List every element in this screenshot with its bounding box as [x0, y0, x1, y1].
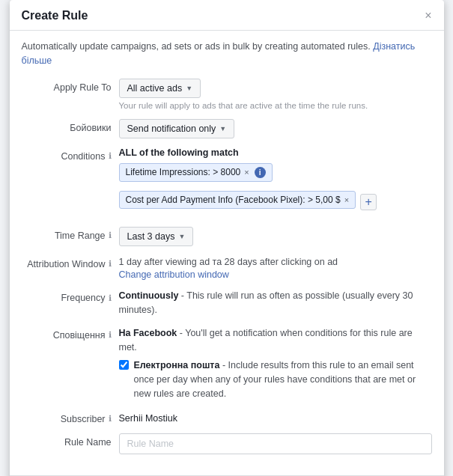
attribution-text: 1 day after viewing ad та 28 days after … [119, 257, 338, 267]
condition-tag-close-icon[interactable]: × [244, 168, 249, 177]
condition-row-2: Cost per Add Payment Info (Facebook Pixe… [119, 191, 432, 213]
email-checkbox-label: Електронна пошта - Include results from … [134, 358, 432, 400]
email-notification-row: Електронна пошта - Include results from … [119, 358, 432, 400]
conditions-header: ALL of the following match [119, 147, 432, 158]
condition-tag-cost-close-icon[interactable]: × [344, 195, 349, 204]
attribution-label: Attribution Window ℹ [22, 255, 119, 269]
time-range-row: Time Range ℹ Last 3 days ▼ [22, 227, 432, 246]
frequency-content: Continuously - This rule will run as oft… [119, 289, 432, 317]
condition-info-button[interactable]: i [255, 167, 266, 178]
subscriber-content: Serhii Mostiuk [119, 410, 432, 424]
conditions-content: ALL of the following match Lifetime Impr… [119, 147, 432, 218]
close-icon[interactable]: × [425, 10, 431, 22]
rule-name-label: Rule Name [22, 433, 119, 448]
apply-rule-hint: Your rule will apply to ads that are act… [119, 101, 432, 110]
attribution-info-icon[interactable]: ℹ [109, 259, 112, 269]
apply-rule-label: Apply Rule To [22, 79, 119, 93]
boyovyky-content: Send notification only ▼ [119, 119, 432, 138]
attribution-row: Attribution Window ℹ 1 day after viewing… [22, 255, 432, 281]
email-checkbox[interactable] [119, 360, 129, 370]
conditions-info-icon[interactable]: ℹ [109, 151, 112, 161]
time-range-info-icon[interactable]: ℹ [109, 231, 112, 240]
apply-rule-content: All active ads ▼ Your rule will apply to… [119, 79, 432, 110]
conditions-label: Conditions ℹ [22, 147, 119, 162]
attribution-content: 1 day after viewing ad та 28 days after … [119, 255, 432, 281]
boyovyky-row: Бойовики Send notification only ▼ [22, 119, 432, 138]
chevron-down-icon: ▼ [178, 233, 185, 240]
modal-body: Automatically update campaigns, ad sets … [10, 31, 444, 475]
subscriber-row: Subscriber ℹ Serhii Mostiuk [22, 410, 432, 424]
subscriber-info-icon[interactable]: ℹ [109, 414, 112, 424]
notification-content: На Facebook - You'll get a notification … [119, 326, 432, 401]
boyovyky-label: Бойовики [22, 119, 119, 133]
notification-info-icon[interactable]: ℹ [109, 330, 112, 340]
time-range-select[interactable]: Last 3 days ▼ [119, 227, 194, 246]
apply-rule-row: Apply Rule To All active ads ▼ Your rule… [22, 79, 432, 110]
rule-name-row: Rule Name [22, 433, 432, 454]
rule-name-content [119, 433, 432, 454]
modal-title: Create Rule [22, 9, 88, 22]
frequency-label: Frequency ℹ [22, 289, 119, 303]
apply-rule-select[interactable]: All active ads ▼ [119, 79, 201, 98]
change-attribution-link[interactable]: Change attribution window [119, 269, 229, 280]
notification-row: Сповіщення ℹ На Facebook - You'll get a … [22, 326, 432, 401]
intro-text: Automatically update campaigns, ad sets … [22, 40, 432, 68]
notification-facebook-text: На Facebook - You'll get a notification … [119, 326, 432, 355]
create-rule-modal: Create Rule × Automatically update campa… [10, 0, 444, 476]
notification-label: Сповіщення ℹ [22, 326, 119, 341]
time-range-label: Time Range ℹ [22, 227, 119, 241]
condition-tag-impressions: Lifetime Impressions: > 8000 × i [119, 163, 273, 182]
condition-tag-cost: Cost per Add Payment Info (Facebook Pixe… [119, 191, 356, 209]
frequency-row: Frequency ℹ Continuously - This rule wil… [22, 289, 432, 317]
frequency-info-icon[interactable]: ℹ [109, 293, 112, 303]
chevron-down-icon: ▼ [219, 125, 226, 132]
frequency-text: Continuously - This rule will run as oft… [119, 289, 432, 317]
conditions-row: Conditions ℹ ALL of the following match … [22, 147, 432, 218]
condition-row-1: Lifetime Impressions: > 8000 × i [119, 163, 432, 186]
add-condition-button[interactable]: + [360, 194, 377, 210]
boyovyky-select[interactable]: Send notification only ▼ [119, 119, 235, 138]
rule-name-input[interactable] [119, 433, 432, 454]
modal-header: Create Rule × [10, 0, 444, 31]
time-range-content: Last 3 days ▼ [119, 227, 432, 246]
chevron-down-icon: ▼ [186, 85, 192, 92]
subscriber-label: Subscriber ℹ [22, 410, 119, 424]
subscriber-name: Serhii Mostiuk [119, 410, 432, 424]
